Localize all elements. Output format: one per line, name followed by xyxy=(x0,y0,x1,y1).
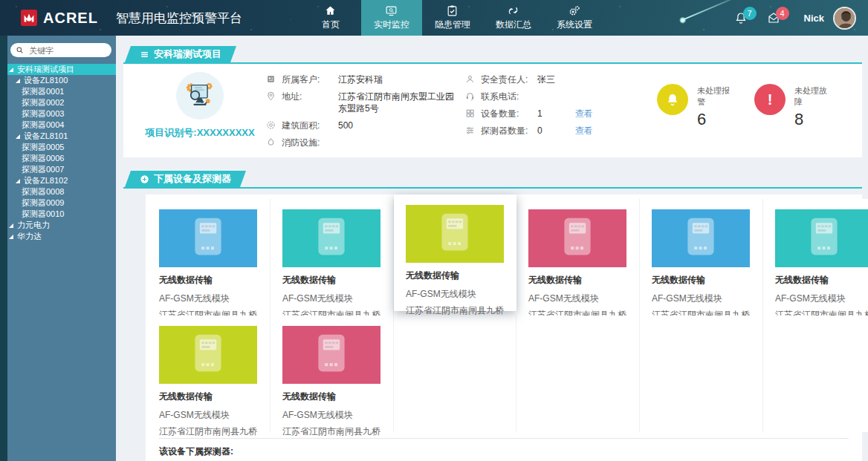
device-card[interactable]: 无线数据传输 AF-GSM无线模块 江苏省江阴市南闸县九桥 xyxy=(516,199,640,315)
tree-item[interactable]: 探测器0007 xyxy=(7,164,116,175)
device-card[interactable]: 无线数据传输 AF-GSM无线模块 江苏省江阴市南闸县九桥 xyxy=(147,315,271,432)
fault-stat: ! 未处理故障 8 xyxy=(754,84,828,151)
field-row: 联系电话: xyxy=(465,91,657,102)
device-card[interactable]: 无线数据传输 AF-GSM无线模块 江苏省江阴市南闸县九桥 xyxy=(763,199,868,315)
meter-icon xyxy=(314,333,349,377)
device-title: 无线数据传输 xyxy=(652,274,750,287)
tree-item[interactable]: 华力达 xyxy=(7,231,116,242)
device-model: AF-GSM无线模块 xyxy=(282,292,380,305)
meter-icon xyxy=(437,212,473,256)
tree-item-label: 探测器0008 xyxy=(22,186,64,197)
field-icon xyxy=(266,91,276,101)
tree-item[interactable]: 探测器0008 xyxy=(7,186,116,197)
field-icon xyxy=(465,108,475,118)
field-value: 1 xyxy=(537,108,542,120)
device-image xyxy=(282,326,380,384)
nav-item-home[interactable]: 首页 xyxy=(300,0,361,36)
tree-item[interactable]: 探测器0006 xyxy=(7,153,116,164)
view-link[interactable]: 查看 xyxy=(575,108,593,120)
field-icon xyxy=(266,74,276,84)
tree-item[interactable]: 探测器0004 xyxy=(7,120,116,131)
tree-item-label: 设备ZL8101 xyxy=(24,131,68,142)
tree-item-label: 探测器0003 xyxy=(22,108,64,120)
device-card[interactable]: 无线数据传输 AF-GSM无线模块 江苏省江阴市南闸县九桥 xyxy=(271,199,394,315)
project-id: 项目识别号:XXXXXXXXX xyxy=(145,126,254,140)
card-cell-empty xyxy=(763,315,868,432)
field-row: 探测器数量: 0 查看 xyxy=(465,125,657,137)
meter-icon xyxy=(683,216,719,261)
nav-icon xyxy=(507,4,519,17)
project-info-panel: 项目识别号:XXXXXXXXX 所属客户: 江苏安科瑞 地址: 江苏省江阴市南闸… xyxy=(123,64,862,157)
card-cell-empty xyxy=(394,315,516,432)
tree-item[interactable]: 设备ZL8101 xyxy=(7,131,116,142)
device-card[interactable]: 无线数据传输 AF-GSM无线模块 江苏省江阴市南闸县九桥 xyxy=(640,199,763,315)
device-card[interactable]: 无线数据传输 AF-GSM无线模块 江苏省江阴市南闸县九桥 xyxy=(271,315,394,432)
sidebar: 安科瑞测试项目 设备ZL8100 探测器0001 探测器0002 探测器0003… xyxy=(0,36,116,461)
device-model: AF-GSM无线模块 xyxy=(159,292,257,305)
acrel-logo-mark-icon xyxy=(21,10,37,26)
nav-icon xyxy=(446,4,459,17)
section-rule xyxy=(123,62,862,64)
field-value: 0 xyxy=(537,125,542,137)
tree-item[interactable]: 探测器0005 xyxy=(7,142,116,153)
tree-item-label: 探测器0004 xyxy=(22,120,64,131)
devices-panel: 无线数据传输 AF-GSM无线模块 江苏省江阴市南闸县九桥 无线数据传输 AF-… xyxy=(146,194,862,461)
section-ribbon-devices: 下属设备及探测器 xyxy=(125,171,246,187)
device-address: 江苏省江阴市南闸县九桥 xyxy=(282,425,380,438)
field-icon xyxy=(465,125,475,135)
message-mail[interactable]: 4 xyxy=(767,11,780,24)
meter-icon xyxy=(190,333,226,377)
tree-item[interactable]: 力元电力 xyxy=(7,220,116,231)
nav-item-hazard[interactable]: 隐患管理 xyxy=(422,0,483,36)
tree-item[interactable]: 安科瑞测试项目 xyxy=(7,64,116,75)
topbar-right: 7 4 Nick xyxy=(734,0,856,36)
tree-item[interactable]: 探测器0009 xyxy=(7,197,116,209)
device-model: AF-GSM无线模块 xyxy=(159,409,257,422)
tree-item-label: 力元电力 xyxy=(17,220,50,231)
field-label: 安全责任人: xyxy=(481,73,537,85)
tree-item[interactable]: 探测器0002 xyxy=(7,97,116,108)
fault-exclamation-icon: ! xyxy=(768,92,773,107)
tree-item[interactable]: 探测器0003 xyxy=(7,108,116,120)
acrel-logo[interactable]: ACREL xyxy=(21,10,98,27)
tree-item-label: 安科瑞测试项目 xyxy=(17,64,74,75)
devices-footer-label: 该设备下属探测器: xyxy=(159,438,849,458)
field-icon xyxy=(465,91,475,101)
tree-item[interactable]: 设备ZL8102 xyxy=(7,175,116,186)
avatar[interactable] xyxy=(833,7,856,30)
section-ribbon-project: 安科瑞测试项目 xyxy=(125,46,236,62)
field-label: 联系电话: xyxy=(481,91,537,102)
tree-item[interactable]: 探测器0010 xyxy=(7,209,116,220)
field-row: 所属客户: 江苏安科瑞 xyxy=(266,73,461,85)
nav-item-data[interactable]: 数据汇总 xyxy=(483,0,544,36)
notification-bell[interactable]: 7 xyxy=(734,11,748,24)
topbar: ACREL 智慧用电监控预警平台 首页 实时监控 隐患管理 数据汇总 系统设置 … xyxy=(0,0,868,36)
tree-item-label: 设备ZL8100 xyxy=(24,75,68,86)
nav-item-settings[interactable]: 系统设置 xyxy=(544,0,605,36)
tree-item[interactable]: 设备ZL8100 xyxy=(7,75,116,86)
field-value: 江苏省江阴市南闸东盟工业园东盟路5号 xyxy=(338,91,461,114)
device-image xyxy=(406,205,504,263)
device-card[interactable]: 无线数据传输 AF-GSM无线模块 江苏省江阴市南闸县九桥 xyxy=(147,199,271,315)
nav-icon xyxy=(324,4,337,17)
bell-badge: 7 xyxy=(743,7,757,20)
field-icon xyxy=(266,137,276,147)
view-link[interactable]: 查看 xyxy=(575,125,593,137)
device-image xyxy=(528,209,626,267)
expand-triangle-icon xyxy=(16,79,20,83)
search-input[interactable] xyxy=(27,45,106,56)
device-image xyxy=(159,209,257,267)
device-model: AF-GSM无线模块 xyxy=(775,292,868,305)
device-address: 江苏省江阴市南闸县九桥 xyxy=(406,304,504,317)
field-row: 设备数量: 1 查看 xyxy=(465,108,657,120)
field-value: 500 xyxy=(338,120,353,131)
nav-item-monitor[interactable]: 实时监控 xyxy=(361,0,422,36)
expand-triangle-icon xyxy=(16,179,20,183)
device-card[interactable]: 无线数据传输 AF-GSM无线模块 江苏省江阴市南闸县九桥 xyxy=(394,194,516,311)
tree-item[interactable]: 探测器0001 xyxy=(7,86,116,97)
tree-item-label: 设备ZL8102 xyxy=(24,175,68,186)
nav-label: 隐患管理 xyxy=(435,19,470,31)
alarm-stat: 未处理报警 6 xyxy=(657,84,731,151)
alarm-label: 未处理报警 xyxy=(697,85,731,108)
fields-left: 所属客户: 江苏安科瑞 地址: 江苏省江阴市南闸东盟工业园东盟路5号 建筑面积:… xyxy=(266,73,461,151)
